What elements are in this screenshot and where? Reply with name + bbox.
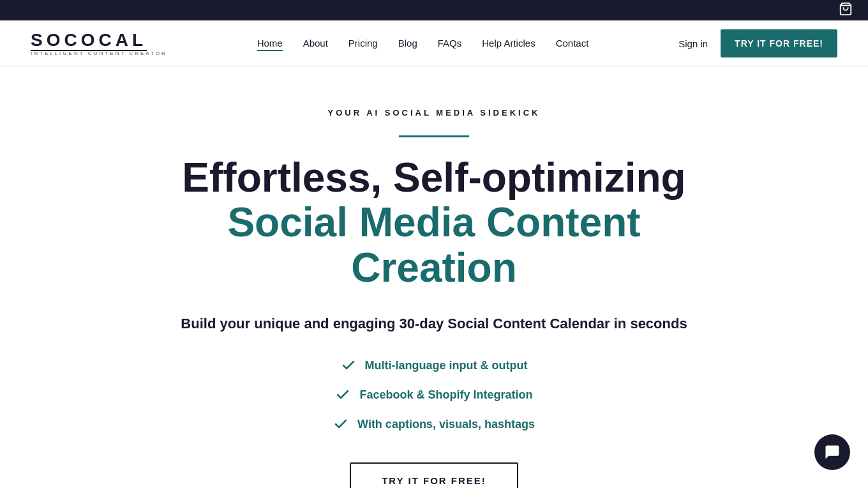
check-icon-2 [335, 387, 350, 402]
feature-item-2: Facebook & Shopify Integration [335, 387, 532, 402]
cart-icon[interactable] [839, 2, 853, 19]
feature-label-2: Facebook & Shopify Integration [359, 388, 532, 402]
feature-item-3: With captions, visuals, hashtags [333, 416, 535, 432]
check-icon-1 [341, 358, 356, 373]
nav-about[interactable]: About [303, 38, 328, 49]
nav-blog[interactable]: Blog [398, 38, 417, 49]
hero-divider [399, 135, 469, 137]
sign-in-link[interactable]: Sign in [678, 38, 708, 49]
nav-right: Sign in TRY IT FOR FREE! [678, 29, 837, 57]
chat-icon [823, 443, 841, 461]
chat-bubble[interactable] [814, 434, 850, 470]
hero-title-part3: Creation [351, 245, 517, 291]
try-free-nav-button[interactable]: TRY IT FOR FREE! [721, 29, 837, 57]
feature-label-1: Multi-language input & output [365, 359, 528, 372]
check-icon-3 [333, 416, 348, 432]
feature-label-3: With captions, visuals, hashtags [357, 418, 535, 431]
main-nav: SOCOCAL INTELLIGENT CONTENT CREATOR Home… [0, 20, 868, 67]
hero-subtitle: Build your unique and engaging 30-day So… [82, 316, 786, 332]
hero-title-part1: Effortless, Self-optimizing [182, 155, 685, 201]
hero-section: YOUR AI SOCIAL MEDIA SIDEKICK Effortless… [51, 67, 817, 488]
logo-text: SOCOCAL [31, 31, 167, 49]
hero-eyebrow: YOUR AI SOCIAL MEDIA SIDEKICK [82, 108, 786, 118]
hero-title: Effortless, Self-optimizing Social Media… [121, 155, 747, 290]
logo[interactable]: SOCOCAL INTELLIGENT CONTENT CREATOR [31, 31, 167, 56]
features-list: Multi-language input & output Facebook &… [82, 358, 786, 432]
feature-item-1: Multi-language input & output [341, 358, 528, 373]
nav-contact[interactable]: Contact [556, 38, 589, 49]
nav-pricing[interactable]: Pricing [348, 38, 378, 49]
cta-wrap: TRY IT FOR FREE! NO CREDIT CARD REQUIRED… [82, 462, 786, 488]
nav-links: Home About Pricing Blog FAQs Help Articl… [257, 38, 589, 49]
cta-button[interactable]: TRY IT FOR FREE! [350, 462, 518, 488]
nav-faqs[interactable]: FAQs [438, 38, 462, 49]
logo-sub: INTELLIGENT CONTENT CREATOR [31, 51, 167, 56]
nav-home[interactable]: Home [257, 38, 283, 51]
hero-title-part2: Social Media Content [227, 199, 640, 245]
announcement-bar [0, 0, 868, 20]
nav-help[interactable]: Help Articles [482, 38, 535, 49]
